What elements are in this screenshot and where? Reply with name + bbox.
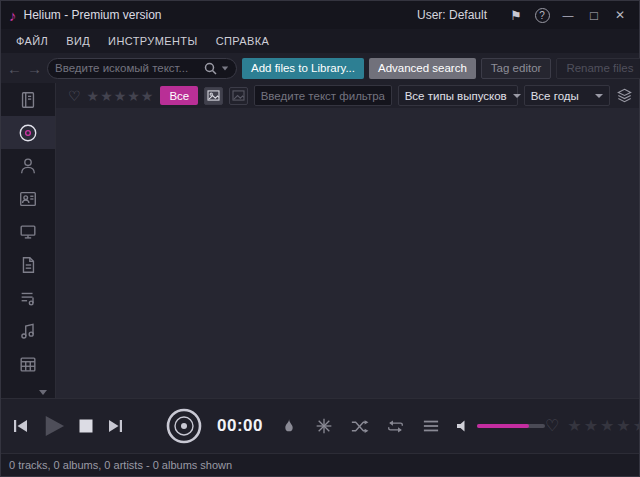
year-select[interactable]: Все годы bbox=[524, 85, 610, 106]
menubar: ФАЙЛ ВИД ИНСТРУМЕНТЫ СПРАВКА bbox=[1, 29, 639, 53]
show-artwork-button[interactable] bbox=[204, 87, 223, 105]
menu-view[interactable]: ВИД bbox=[57, 32, 99, 50]
help-icon bbox=[535, 8, 550, 23]
toolbar: ← → Add files to Library... Advanced sea… bbox=[1, 53, 639, 83]
play-icon bbox=[41, 413, 67, 439]
playerbar: 00:00 bbox=[1, 398, 639, 453]
shuffle-icon bbox=[350, 418, 369, 435]
filter-all-button[interactable]: Все bbox=[160, 86, 198, 105]
volume-group bbox=[456, 419, 545, 433]
freeze-button[interactable] bbox=[315, 417, 333, 435]
library-book-icon bbox=[18, 90, 38, 110]
flag-icon[interactable]: ⚑ bbox=[503, 4, 529, 26]
picture-off-icon bbox=[232, 90, 245, 101]
release-type-select[interactable]: Все типы выпусков bbox=[398, 85, 518, 106]
artist-card-icon bbox=[18, 189, 38, 209]
star-icon[interactable] bbox=[100, 88, 114, 104]
sidebar-item-files[interactable] bbox=[1, 248, 55, 281]
star-icon[interactable] bbox=[616, 417, 632, 434]
search-box[interactable] bbox=[47, 58, 237, 79]
shuffle-button[interactable] bbox=[350, 418, 369, 435]
next-icon bbox=[105, 416, 125, 436]
queue-button[interactable] bbox=[422, 418, 440, 434]
play-button[interactable] bbox=[41, 413, 67, 439]
star-icon[interactable] bbox=[584, 417, 600, 434]
body: Все Все типы выпусков bbox=[1, 83, 639, 398]
sidebar-item-library[interactable] bbox=[1, 83, 55, 116]
advanced-search-button[interactable]: Advanced search bbox=[369, 58, 476, 79]
star-icon[interactable] bbox=[141, 88, 155, 104]
sidebar-item-artist-cards[interactable] bbox=[1, 182, 55, 215]
add-files-button[interactable]: Add files to Library... bbox=[242, 58, 364, 79]
layers-icon bbox=[616, 87, 633, 104]
forward-button[interactable]: → bbox=[27, 60, 42, 77]
repeat-icon bbox=[386, 418, 405, 435]
previous-track-button[interactable] bbox=[11, 416, 31, 436]
rating-filter-stars[interactable] bbox=[87, 89, 155, 103]
volume-slider[interactable] bbox=[477, 424, 545, 428]
sidebar bbox=[1, 83, 56, 398]
sidebar-item-years[interactable] bbox=[1, 347, 55, 380]
speaker-icon[interactable] bbox=[456, 419, 470, 433]
sidebar-item-devices[interactable] bbox=[1, 215, 55, 248]
elapsed-time: 00:00 bbox=[217, 416, 263, 436]
menu-tools[interactable]: ИНСТРУМЕНТЫ bbox=[99, 32, 207, 50]
volume-fill bbox=[477, 424, 529, 428]
album-list-area[interactable] bbox=[56, 108, 639, 398]
sidebar-scroll-down[interactable] bbox=[1, 386, 55, 398]
menu-file[interactable]: ФАЙЛ bbox=[7, 32, 57, 50]
star-icon[interactable] bbox=[567, 417, 583, 434]
scroll-down-icon bbox=[39, 390, 47, 395]
minimize-button[interactable] bbox=[555, 4, 581, 26]
hot-playlist-button[interactable] bbox=[280, 417, 298, 435]
star-icon[interactable] bbox=[600, 417, 616, 434]
app-logo-icon: ♪ bbox=[9, 7, 17, 24]
star-icon[interactable] bbox=[127, 88, 141, 104]
year-value: Все годы bbox=[531, 90, 579, 102]
status-text: 0 tracks, 0 albums, 0 artists - 0 albums… bbox=[9, 459, 232, 471]
sidebar-item-playlists[interactable] bbox=[1, 281, 55, 314]
maximize-button[interactable] bbox=[581, 4, 607, 26]
favorite-filter-heart-icon[interactable] bbox=[68, 89, 81, 103]
star-icon[interactable] bbox=[114, 88, 128, 104]
star-icon[interactable] bbox=[87, 88, 101, 104]
track-rating-stars[interactable] bbox=[567, 418, 640, 434]
chevron-down-icon bbox=[513, 94, 521, 98]
sidebar-item-albums[interactable] bbox=[1, 116, 55, 149]
files-icon bbox=[18, 255, 38, 275]
tag-editor-button[interactable]: Tag editor bbox=[481, 58, 552, 79]
years-grid-icon bbox=[18, 354, 38, 374]
search-input[interactable] bbox=[55, 62, 200, 74]
content-column: Все Все типы выпусков bbox=[56, 83, 639, 398]
user-label[interactable]: User: Default bbox=[417, 8, 487, 22]
playlists-icon bbox=[18, 288, 38, 308]
filter-input[interactable] bbox=[261, 90, 385, 102]
window-title: Helium - Premium version bbox=[24, 8, 162, 22]
track-favorite-heart-icon[interactable] bbox=[545, 418, 559, 434]
disc-icon bbox=[165, 407, 203, 445]
repeat-button[interactable] bbox=[386, 418, 405, 435]
artists-icon bbox=[18, 156, 38, 176]
close-button[interactable] bbox=[607, 4, 633, 26]
statusbar: 0 tracks, 0 albums, 0 artists - 0 albums… bbox=[1, 453, 639, 476]
back-button[interactable]: ← bbox=[7, 60, 22, 77]
snowflake-icon bbox=[315, 417, 333, 435]
view-layers-button[interactable] bbox=[616, 87, 633, 104]
help-button[interactable] bbox=[529, 4, 555, 26]
search-options-caret-icon[interactable] bbox=[222, 66, 228, 70]
albums-disc-icon bbox=[18, 123, 38, 143]
app-window: ♪ Helium - Premium version User: Default… bbox=[0, 0, 640, 477]
search-icon[interactable] bbox=[204, 62, 217, 75]
release-type-value: Все типы выпусков bbox=[405, 90, 507, 102]
filter-text-box[interactable] bbox=[254, 85, 392, 106]
flame-icon bbox=[280, 417, 298, 435]
sidebar-item-tracks[interactable] bbox=[1, 314, 55, 347]
menu-help[interactable]: СПРАВКА bbox=[207, 32, 279, 50]
next-track-button[interactable] bbox=[105, 416, 125, 436]
sidebar-item-artists[interactable] bbox=[1, 149, 55, 182]
filterbar: Все Все типы выпусков bbox=[56, 83, 639, 108]
stop-button[interactable] bbox=[77, 417, 95, 435]
now-playing-disc-button[interactable] bbox=[165, 407, 203, 445]
hide-artwork-button[interactable] bbox=[229, 87, 248, 105]
star-icon[interactable] bbox=[633, 417, 640, 434]
